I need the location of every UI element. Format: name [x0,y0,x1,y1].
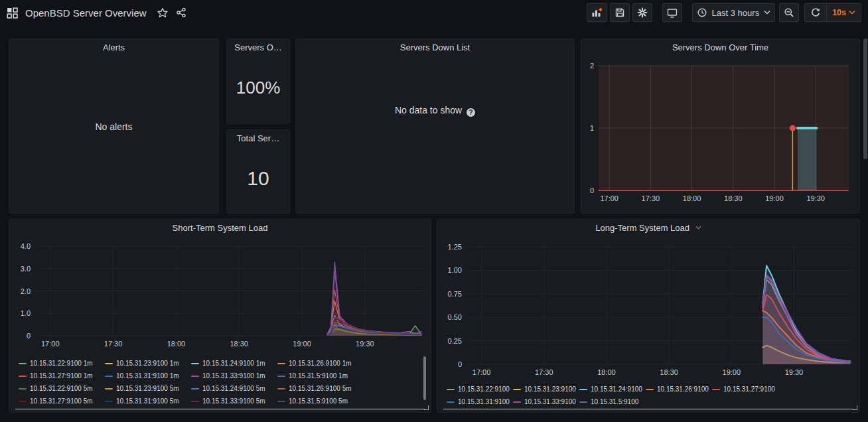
legend-item[interactable]: 10.15.31.22:9100 5m [19,382,105,395]
legend-item[interactable]: 10.15.31.33:9100 5m [191,395,277,407]
svg-text:17:00: 17:00 [600,194,618,202]
svg-text:17:00: 17:00 [41,340,60,348]
legend-item[interactable]: 10.15.31.26:9100 5m [277,382,364,395]
legend-scrollbar[interactable] [423,356,426,400]
legend-label: 10.15.31.27:9100 [723,386,775,393]
legend-item[interactable]: 10.15.31.23:9100 1m [105,357,191,370]
legend-swatch-icon [646,389,654,390]
legend-label: 10.15.31.33:9100 [524,398,576,405]
svg-text:2: 2 [590,62,594,70]
add-panel-button[interactable] [587,3,607,22]
legend-item[interactable]: 10.15.31.27:9100 1m [19,370,105,382]
panel-title-servers-down-over-time[interactable]: Servers Down Over Time [581,39,859,56]
panel-resize-handle[interactable] [424,405,429,410]
legend-item[interactable]: 10.15.31.22:9100 1m [19,357,105,370]
panel-title-total-servers[interactable]: Total Ser… [227,130,289,147]
svg-text:0.50: 0.50 [448,313,462,321]
legend-item[interactable]: 10.15.31.26:9100 [646,383,712,395]
legend-label: 10.15.31.5:9100 1m [289,372,348,380]
panel-title-servers-down-list[interactable]: Servers Down List [296,39,574,56]
panel-long-term-load: Long-Term System Load 00.250.500.751.001… [437,219,860,413]
legend-swatch-icon [579,389,587,390]
svg-text:0: 0 [590,186,594,194]
legend-swatch-icon [513,401,521,403]
legend-item[interactable]: 10.15.31.31:9100 5m [105,395,191,407]
svg-text:18:30: 18:30 [724,194,743,202]
legend-swatch-icon [447,389,455,390]
panel-title-servers-online[interactable]: Servers O… [227,39,289,56]
panel-resize-handle[interactable] [853,405,857,410]
legend-swatch-icon [105,363,113,364]
legend-item[interactable]: 10.15.31.23:9100 [513,383,579,395]
panel-title-alerts[interactable]: Alerts [9,39,218,56]
legend-label: 10.15.31.24:9100 1m [202,360,265,367]
legend-swatch-icon [277,401,285,402]
svg-text:1.0: 1.0 [21,309,31,317]
legend-item[interactable]: 10.15.31.31:9100 1m [105,370,191,382]
save-dashboard-button[interactable] [610,3,630,22]
share-icon[interactable] [176,7,186,18]
svg-text:19:30: 19:30 [785,368,804,376]
legend-item[interactable]: 10.15.31.27:9100 [712,383,778,395]
tv-icon [667,7,678,19]
legend-swatch-icon [277,363,285,364]
panel-title-text: Long-Term System Load [595,223,689,233]
legend-label: 10.15.31.24:9100 [591,386,642,393]
help-icon[interactable]: ? [467,108,475,117]
dashboards-grid-icon[interactable] [7,7,18,19]
refresh-interval-label: 10s [832,8,846,17]
svg-text:1: 1 [590,124,594,132]
chevron-down-icon [764,10,770,15]
legend-label: 10.15.31.22:9100 5m [30,385,93,392]
legend-item[interactable]: 10.15.31.24:9100 1m [191,357,277,370]
time-range-picker-button[interactable]: Last 3 hours [692,3,776,22]
legend-item[interactable]: 10.15.31.24:9100 5m [191,382,277,395]
svg-text:18:30: 18:30 [230,340,248,348]
dashboard-settings-button[interactable] [632,3,652,22]
short-term-load-chart[interactable]: 01.02.03.04.017:0017:3018:0018:3019:0019… [13,237,428,356]
servers-down-list-empty: No data to show? [296,105,574,117]
star-icon[interactable] [157,7,168,18]
legend-label: 10.15.31.26:9100 5m [289,385,352,392]
zoom-out-button[interactable] [779,3,799,22]
legend-item[interactable]: 10.15.31.33:9100 [513,395,579,408]
svg-text:1.00: 1.00 [448,266,462,274]
svg-text:18:00: 18:00 [683,194,701,202]
legend-label: 10.15.31.24:9100 5m [202,385,265,392]
servers-down-over-time-chart[interactable]: 01217:0017:3018:0018:3019:0019:30 [585,56,857,210]
panel-title-short-term-load[interactable]: Short-Term System Load [9,220,431,237]
legend-item[interactable]: 10.15.31.24:9100 [579,383,646,395]
legend-swatch-icon [191,401,199,402]
long-term-load-legend: 10.15.31.22:910010.15.31.23:910010.15.31… [447,383,792,408]
legend-item[interactable]: 10.15.31.5:9100 [579,395,646,408]
clock-icon [697,7,707,18]
panel-title-long-term-load[interactable]: Long-Term System Load [437,220,859,237]
legend-item[interactable]: 10.15.31.33:9100 1m [191,370,277,382]
panel-alerts: Alerts No alerts [9,38,219,214]
legend-item[interactable]: 10.15.31.23:9100 5m [105,382,191,395]
svg-text:1.25: 1.25 [448,243,462,251]
legend-label: 10.15.31.23:9100 [524,386,576,393]
legend-label: 10.15.31.5:9100 5m [289,397,348,405]
legend-item[interactable]: 10.15.31.5:9100 5m [277,395,364,407]
cycle-view-button[interactable] [662,3,682,22]
refresh-button[interactable] [805,4,826,21]
page-scrollbar[interactable] [863,38,867,159]
legend-swatch-icon [105,401,113,402]
alerts-empty-text: No alerts [9,121,218,132]
legend-label: 10.15.31.22:9100 [458,386,510,393]
legend-label: 10.15.31.22:9100 1m [30,360,93,367]
panel-total-servers: Total Ser… 10 [226,129,290,214]
long-term-load-chart[interactable]: 00.250.500.751.001.2517:0017:3018:0018:3… [441,237,857,384]
legend-item[interactable]: 10.15.31.31:9100 [447,395,513,408]
legend-item[interactable]: 10.15.31.22:9100 [447,383,513,395]
dashboard-title[interactable]: OpenBSD Server Overview [25,7,147,19]
legend-item[interactable]: 10.15.31.26:9100 1m [277,357,364,370]
refresh-interval-dropdown[interactable]: 10s [826,4,861,21]
legend-swatch-icon [447,401,455,403]
legend-swatch-icon [191,363,199,364]
legend-item[interactable]: 10.15.31.5:9100 1m [277,370,364,382]
legend-item[interactable]: 10.15.31.27:9100 5m [19,395,105,407]
svg-text:18:30: 18:30 [660,368,678,376]
svg-text:17:30: 17:30 [535,368,553,376]
